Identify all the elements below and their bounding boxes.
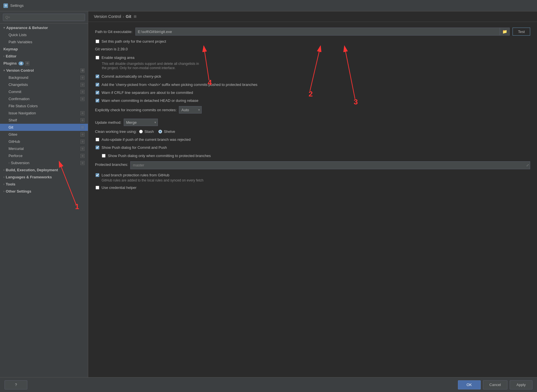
stash-radio-label[interactable]: Stash	[139, 129, 154, 134]
gitee-config-icon[interactable]: ⊞	[80, 133, 84, 137]
update-method-label: Update method:	[95, 120, 121, 125]
pf-config-icon[interactable]: ⊞	[80, 154, 84, 158]
sidebar-item-file-status-colors[interactable]: File Status Colors	[0, 102, 88, 110]
auto-update-checkbox[interactable]	[96, 138, 99, 141]
enable-staging-label[interactable]: Enable staging area	[102, 55, 135, 60]
show-push-dialog-only-checkbox[interactable]	[102, 154, 106, 158]
cl-config-icon[interactable]: ⊞	[80, 83, 84, 87]
update-method-select[interactable]: Merge Rebase Branch Default	[124, 119, 158, 126]
breadcrumb-icon: ⊞	[134, 15, 137, 18]
expand-icon-lang: ›	[3, 176, 4, 179]
test-button[interactable]: Test	[513, 28, 530, 36]
protected-branches-expand-icon[interactable]: ⤢	[526, 163, 529, 167]
commit-config-icon[interactable]: ⊞	[80, 90, 84, 94]
protected-branches-input[interactable]	[130, 161, 530, 169]
load-branch-protection-row: Load branch protection rules from GitHub…	[95, 173, 530, 182]
commit-cherry-pick-label[interactable]: Commit automatically on cherry-pick	[102, 74, 161, 79]
git-config-icon[interactable]: ⊞	[80, 125, 84, 129]
shelve-radio[interactable]	[158, 130, 162, 133]
sidebar-item-keymap[interactable]: Keymap	[0, 46, 88, 53]
show-push-dialog-only-row: Show Push dialog only when committing to…	[95, 153, 530, 158]
sidebar-item-appearance[interactable]: ▾ Appearance & Behavior	[0, 24, 88, 31]
expand-icon-editor: ›	[3, 55, 4, 58]
shelf-config-icon[interactable]: ⊞	[80, 118, 84, 122]
load-branch-protection-checkbox[interactable]	[96, 173, 99, 177]
sidebar-item-background[interactable]: Background ⊞	[0, 74, 88, 81]
search-input[interactable]	[3, 14, 85, 21]
sidebar-section: ▾ Appearance & Behavior Quick Lists Path…	[0, 24, 88, 195]
github-config-icon[interactable]: ⊞	[80, 140, 84, 144]
show-push-dialog-checkbox[interactable]	[96, 146, 99, 149]
use-credential-checkbox[interactable]	[96, 186, 99, 189]
sidebar-item-version-control[interactable]: ▾ Version Control ⊞	[0, 67, 88, 74]
bg-config-icon[interactable]: ⊞	[80, 76, 84, 80]
use-credential-label[interactable]: Use credential helper	[102, 185, 137, 190]
sidebar-item-gitee[interactable]: Gitee ⊞	[0, 131, 88, 138]
help-button[interactable]: ?	[5, 380, 27, 389]
sidebar-item-shelf[interactable]: Shelf ⊞	[0, 117, 88, 124]
protected-branches-wrap: ⤢	[130, 161, 530, 169]
sidebar-item-github[interactable]: GitHub ⊞	[0, 138, 88, 145]
conf-config-icon[interactable]: ⊞	[80, 97, 84, 101]
path-input[interactable]	[135, 28, 500, 36]
add-suffix-label[interactable]: Add the 'cherry-picked from <hash>' suff…	[102, 82, 257, 87]
expand-icon-tools: ›	[3, 183, 4, 186]
expand-icon-vc: ▾	[3, 69, 5, 72]
cancel-button[interactable]: Cancel	[483, 380, 507, 389]
protected-branches-label: Protected branches:	[95, 162, 128, 167]
sidebar-item-editor[interactable]: › Editor	[0, 53, 88, 60]
sidebar-item-git[interactable]: Git ⊞	[0, 124, 88, 131]
plugins-badge: 4	[18, 61, 24, 65]
sidebar-item-perforce[interactable]: Perforce ⊞	[0, 152, 88, 159]
sidebar-item-mercurial[interactable]: Mercurial ⊞	[0, 145, 88, 152]
enable-staging-checkbox[interactable]	[96, 56, 99, 59]
warn-detached-checkbox[interactable]	[96, 99, 99, 102]
auto-update-label[interactable]: Auto-update if push of the current branc…	[102, 137, 191, 142]
load-branch-protection-label[interactable]: Load branch protection rules from GitHub	[102, 173, 169, 177]
show-push-dialog-label[interactable]: Show Push dialog for Commit and Push	[102, 145, 167, 150]
hg-config-icon[interactable]: ⊞	[80, 147, 84, 151]
sidebar-item-build[interactable]: › Build, Execution, Deployment	[0, 166, 88, 174]
title-bar: ⚙ Settings	[0, 0, 537, 11]
warn-crlf-checkbox[interactable]	[96, 91, 99, 94]
stash-radio[interactable]	[139, 130, 143, 133]
incoming-commits-select[interactable]: Auto Always Never	[179, 106, 202, 114]
sidebar-item-plugins[interactable]: Plugins 4 ⊞	[0, 60, 88, 67]
warn-detached-label[interactable]: Warn when committing in detached HEAD or…	[102, 98, 199, 103]
show-push-dialog-only-label[interactable]: Show Push dialog only when committing to…	[108, 153, 211, 158]
commit-cherry-pick-checkbox[interactable]	[96, 75, 99, 78]
sidebar-item-subversion[interactable]: › Subversion ⊞	[0, 159, 88, 166]
sidebar-item-changelists[interactable]: Changelists ⊞	[0, 81, 88, 88]
browse-button[interactable]: 📁	[500, 28, 510, 36]
warn-crlf-label[interactable]: Warn if CRLF line separators are about t…	[102, 90, 193, 95]
sidebar-item-commit[interactable]: Commit ⊞	[0, 88, 88, 95]
svn-config-icon[interactable]: ⊞	[80, 161, 84, 165]
auto-update-row: Auto-update if push of the current branc…	[95, 137, 530, 142]
sidebar-item-tools[interactable]: › Tools	[0, 181, 88, 188]
title-bar-text: Settings	[10, 3, 24, 8]
commit-cherry-pick-row: Commit automatically on cherry-pick	[95, 74, 530, 79]
sidebar-item-languages[interactable]: › Languages & Frameworks	[0, 174, 88, 181]
sidebar-item-confirmation[interactable]: Confirmation ⊞	[0, 95, 88, 102]
vc-config-icon[interactable]: ⊞	[80, 69, 84, 73]
ok-button[interactable]: OK	[458, 380, 481, 389]
sidebar-item-quick-lists[interactable]: Quick Lists	[0, 31, 88, 38]
breadcrumb: Version Control › Git ⊞	[88, 11, 537, 22]
apply-button[interactable]: Apply	[510, 380, 532, 389]
sidebar-item-path-variables[interactable]: Path Variables	[0, 38, 88, 46]
add-suffix-checkbox[interactable]	[96, 83, 99, 86]
sidebar-item-issue-navigation[interactable]: Issue Navigation ⊞	[0, 110, 88, 117]
show-push-dialog-row: Show Push dialog for Commit and Push	[95, 145, 530, 150]
load-branch-protection-desc: GitHub rules are added to the local rule…	[102, 178, 203, 182]
enable-staging-row: Enable staging area	[95, 55, 530, 60]
path-label: Path to Git executable:	[95, 30, 133, 34]
shelve-radio-label[interactable]: Shelve	[158, 129, 175, 134]
update-method-row: Update method: Merge Rebase Branch Defau…	[95, 119, 530, 126]
plugins-config-icon[interactable]: ⊞	[25, 61, 29, 65]
update-method-select-wrap: Merge Rebase Branch Default	[124, 119, 158, 126]
set-path-only-checkbox[interactable]	[96, 40, 99, 43]
set-path-only-label[interactable]: Set this path only for the current proje…	[102, 39, 166, 44]
sidebar-item-other-settings[interactable]: › Other Settings	[0, 188, 88, 195]
in-config-icon[interactable]: ⊞	[80, 111, 84, 115]
clean-working-tree-label: Clean working tree using:	[95, 129, 137, 134]
